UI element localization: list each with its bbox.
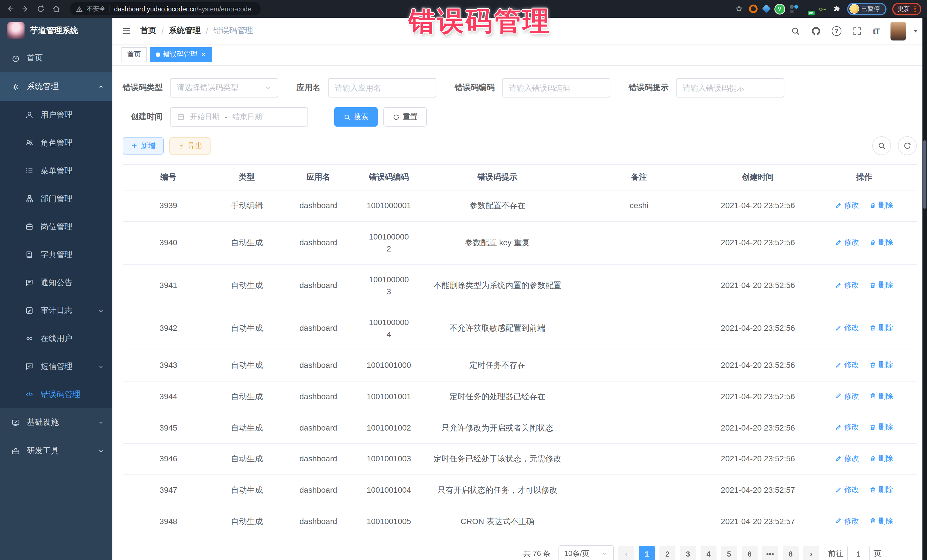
edit-link[interactable]: 修改 [835, 390, 859, 401]
update-button[interactable]: 更新 [892, 3, 921, 15]
online-icon [25, 334, 33, 343]
github-icon[interactable] [811, 26, 821, 36]
edit-link[interactable]: 修改 [835, 200, 859, 211]
sidebar-item-system[interactable]: 系统管理 [0, 73, 112, 101]
font-size-icon[interactable]: tT [873, 26, 880, 36]
page-button-5[interactable]: 5 [721, 546, 737, 560]
delete-link[interactable]: 删除 [869, 200, 894, 211]
list-icon [25, 167, 33, 175]
help-icon[interactable]: ? [832, 26, 842, 36]
sidebar-collapse-icon[interactable] [122, 26, 132, 35]
scrollbar-thumb[interactable] [923, 140, 926, 209]
sidebar-item-audit-log[interactable]: 审计日志 [0, 296, 112, 325]
main-panel: 首页 / 系统管理 / 错误码管理 ? tT 首页 错 [112, 18, 927, 560]
sidebar-item-role[interactable]: 角色管理 [0, 129, 112, 157]
edit-link[interactable]: 修改 [835, 322, 859, 333]
sidebar-item-dict[interactable]: 字典管理 [0, 241, 112, 269]
edit-link[interactable]: 修改 [835, 279, 859, 291]
browser-menu-dots-icon[interactable] [914, 6, 916, 12]
sidebar-item-error-code[interactable]: 错误码管理 [0, 380, 112, 408]
error-code-input[interactable] [502, 78, 610, 97]
delete-link[interactable]: 删除 [869, 453, 894, 464]
edit-link[interactable]: 修改 [835, 484, 859, 495]
user-avatar[interactable] [891, 21, 906, 40]
sidebar-item-home[interactable]: 首页 [0, 44, 112, 73]
app-name-input[interactable] [328, 78, 436, 97]
paused-badge[interactable]: 已暂停 [847, 3, 886, 15]
extension-orange-ring-icon[interactable] [749, 5, 757, 13]
breadcrumb-system[interactable]: 系统管理 [169, 26, 201, 36]
address-bar[interactable]: 不安全 dashboard.yudao.iocoder.cn/system/er… [70, 2, 261, 15]
browser-back-icon[interactable] [6, 5, 14, 13]
tab-home[interactable]: 首页 [122, 47, 147, 62]
breadcrumb-home[interactable]: 首页 [140, 26, 156, 36]
app-logo-row[interactable]: 芋道管理系统 [0, 18, 112, 44]
edit-link[interactable]: 修改 [835, 237, 859, 248]
refresh-table-button[interactable] [898, 136, 917, 155]
delete-link[interactable]: 删除 [869, 322, 894, 333]
extension-switch-on-icon[interactable]: on [804, 5, 812, 13]
error-hint-input[interactable] [676, 78, 784, 97]
browser-forward-icon[interactable] [21, 5, 30, 13]
delete-link[interactable]: 删除 [869, 515, 894, 527]
extension-grid-icon[interactable] [790, 5, 798, 13]
delete-link[interactable]: 删除 [869, 237, 894, 248]
page-scrollbar[interactable] [922, 18, 927, 560]
sidebar-item-sms[interactable]: 短信管理 [0, 352, 112, 380]
page-button-8[interactable]: 8 [783, 546, 799, 560]
edit-link[interactable]: 修改 [835, 453, 859, 464]
delete-link[interactable]: 删除 [869, 390, 894, 401]
sidebar-item-infra[interactable]: 基础设施 [0, 408, 112, 437]
browser-home-icon[interactable] [52, 5, 61, 13]
sidebar-item-user[interactable]: 用户管理 [0, 101, 112, 129]
table-row: 3939 手动编辑 dashboard 1001000001 参数配置不存在 c… [123, 190, 917, 222]
toggle-search-button[interactable] [872, 136, 891, 155]
table-row: 3946 自动生成 dashboard 1001001003 定时任务已经处于该… [123, 443, 917, 475]
error-type-select[interactable]: 请选择错误码类型 [170, 78, 278, 97]
delete-link[interactable]: 删除 [869, 279, 894, 291]
page-button-4[interactable]: 4 [701, 546, 716, 560]
page-button-1[interactable]: 1 [639, 546, 655, 560]
delete-link[interactable]: 删除 [869, 359, 894, 370]
edit-link[interactable]: 修改 [835, 515, 859, 527]
extension-key-icon[interactable] [818, 4, 827, 14]
tab-error-code[interactable]: 错误码管理× [150, 47, 211, 62]
goto-suffix: 页 [874, 549, 881, 559]
add-button[interactable]: 新增 [123, 137, 164, 154]
sidebar-item-tools[interactable]: 研发工具 [0, 437, 112, 465]
reset-button[interactable]: 重置 [383, 107, 427, 127]
extension-blue-gem-icon[interactable] [763, 6, 769, 12]
edit-link[interactable]: 修改 [835, 422, 859, 433]
extension-vue-devtools-icon[interactable]: V [775, 4, 784, 14]
date-range-picker[interactable]: 开始日期 - 结束日期 [170, 107, 308, 127]
page-button-3[interactable]: 3 [680, 546, 696, 560]
browser-reload-icon[interactable] [36, 5, 45, 13]
search-button[interactable]: 搜索 [334, 107, 378, 127]
col-ops: 操作 [812, 164, 917, 190]
delete-link[interactable]: 删除 [869, 422, 894, 433]
page-button-2[interactable]: 2 [660, 546, 675, 560]
sidebar-item-post[interactable]: 岗位管理 [0, 213, 112, 241]
header-search-icon[interactable] [791, 26, 800, 36]
page-button-6[interactable]: 6 [742, 546, 758, 560]
extensions-puzzle-icon[interactable] [833, 5, 841, 13]
delete-link[interactable]: 删除 [869, 484, 894, 495]
sidebar-item-notice[interactable]: 通知公告 [0, 269, 112, 296]
export-button[interactable]: 导出 [169, 137, 211, 154]
next-page-button[interactable]: › [803, 546, 819, 560]
tab-close-icon[interactable]: × [201, 51, 206, 58]
edit-pencil-icon [835, 202, 842, 209]
goto-page-input[interactable] [847, 546, 870, 560]
edit-link[interactable]: 修改 [835, 359, 859, 370]
sidebar-item-dept[interactable]: 部门管理 [0, 185, 112, 213]
prev-page-button[interactable]: ‹ [619, 546, 634, 560]
annotation-overlay-text: 错误码管理 [409, 3, 551, 39]
edit-pencil-icon [835, 361, 842, 368]
bookmark-star-icon[interactable] [734, 5, 743, 13]
avatar-caret-icon[interactable] [913, 29, 918, 32]
page-size-select[interactable]: 10条/页 [558, 545, 614, 560]
sidebar-item-online-user[interactable]: 在线用户 [0, 325, 112, 352]
more-pages-button[interactable]: ••• [762, 546, 778, 560]
sidebar-item-menu[interactable]: 菜单管理 [0, 157, 112, 185]
fullscreen-icon[interactable] [852, 26, 862, 36]
